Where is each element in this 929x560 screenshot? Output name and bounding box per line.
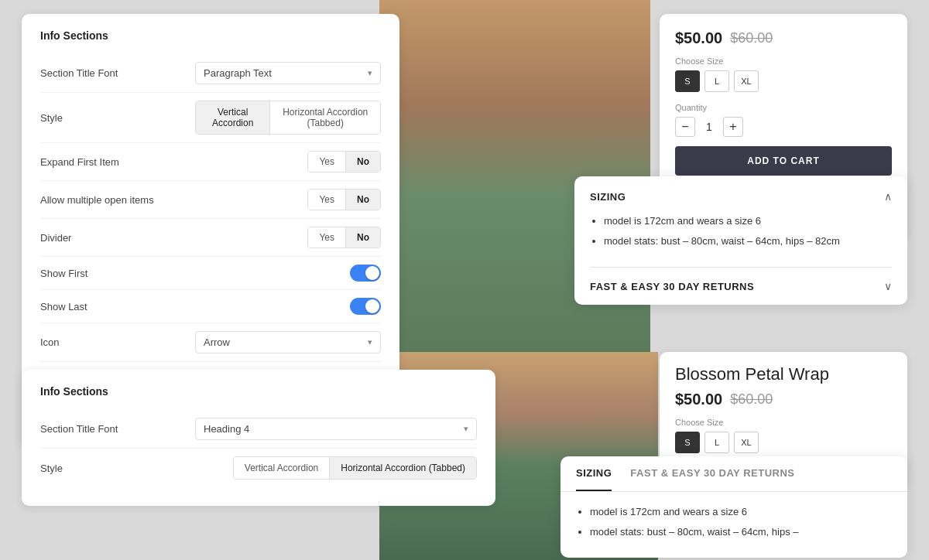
bottom-section-title-font-row: Section Title Font Heading 4 ▾	[40, 410, 477, 449]
expand-first-label: Expand First Item	[40, 156, 195, 168]
style-horizontal-btn[interactable]: Horizontal Accordion (Tabbed)	[269, 101, 380, 134]
size-l-btn-bottom[interactable]: L	[704, 432, 729, 453]
bottom-section-title-font-control: Heading 4 ▾	[195, 418, 477, 440]
expand-first-control: Yes No	[195, 151, 381, 172]
panel-bottom: Info Sections Section Title Font Heading…	[22, 370, 495, 506]
bottom-dropdown-chevron-icon: ▾	[464, 424, 468, 434]
accordion-item-2[interactable]: FAST & EASY 30 DAY RETURNS ∨	[574, 268, 907, 305]
bottom-section-title-font-label: Section Title Font	[40, 423, 195, 435]
accordion-title-1: SIZING	[590, 191, 626, 203]
divider-no-btn[interactable]: No	[345, 227, 380, 248]
icon-control: Arrow ▾	[195, 331, 381, 353]
allow-multiple-no-btn[interactable]: No	[345, 190, 380, 210]
section-title-font-value: Paragraph Text	[204, 67, 272, 79]
section-title-font-row: Section Title Font Paragraph Text ▾	[40, 54, 381, 93]
allow-multiple-row: Allow multiple open items Yes No	[40, 181, 381, 219]
main-container: Info Sections Section Title Font Paragra…	[0, 0, 929, 560]
qty-value-top: 1	[701, 121, 717, 133]
expand-first-yn: Yes No	[307, 151, 381, 172]
divider-row: Divider Yes No	[40, 219, 381, 257]
bottom-section-title-font-value: Heading 4	[204, 423, 249, 435]
tab-header: SIZING FAST & EASY 30 DAY RETURNS	[560, 456, 907, 492]
choose-size-label-bottom: Choose Size	[675, 418, 892, 427]
size-l-btn-top[interactable]: L	[704, 70, 729, 92]
price-original-top: $60.00	[730, 30, 773, 46]
allow-multiple-yn: Yes No	[307, 189, 381, 210]
qty-minus-btn-top[interactable]: −	[675, 117, 695, 137]
expand-first-yes-btn[interactable]: Yes	[308, 152, 345, 172]
tab-list-item-2: model stats: bust – 80cm, waist – 64cm, …	[590, 524, 892, 540]
show-first-row: Show First	[40, 257, 381, 290]
price-current-bottom: $50.00	[675, 391, 722, 408]
divider-control: Yes No	[195, 227, 381, 248]
tab-list-item-1: model is 172cm and wears a size 6	[590, 504, 892, 520]
bottom-style-label: Style	[40, 463, 195, 474]
accordion-list-item-1-2: model stats: bust – 80cm, waist – 64cm, …	[604, 234, 892, 249]
expand-first-row: Expand First Item Yes No	[40, 143, 381, 181]
accordion-list-1: model is 172cm and wears a size 6 model …	[590, 213, 892, 248]
icon-dropdown[interactable]: Arrow ▾	[195, 331, 381, 353]
section-title-font-control: Paragraph Text ▾	[195, 62, 381, 84]
dropdown-chevron-icon: ▾	[368, 68, 372, 78]
show-last-toggle[interactable]	[350, 298, 381, 315]
tabbed-accordion-card: SIZING FAST & EASY 30 DAY RETURNS model …	[560, 456, 907, 558]
style-vertical-btn[interactable]: Vertical Accordion	[196, 101, 269, 134]
accordion-card: SIZING ∧ model is 172cm and wears a size…	[574, 176, 907, 305]
tab-sizing[interactable]: SIZING	[576, 456, 612, 491]
size-xl-btn-bottom[interactable]: XL	[734, 432, 759, 453]
size-options-top: S L XL	[675, 70, 892, 92]
show-first-toggle[interactable]	[350, 265, 381, 282]
icon-value: Arrow	[204, 336, 230, 348]
allow-multiple-control: Yes No	[195, 189, 381, 210]
section-title-font-label: Section Title Font	[40, 67, 195, 79]
accordion-chevron-down-icon: ∨	[884, 280, 892, 292]
accordion-header-1[interactable]: SIZING ∧	[590, 190, 892, 203]
divider-yes-btn[interactable]: Yes	[308, 227, 345, 248]
show-last-label: Show Last	[40, 301, 195, 312]
bottom-style-horizontal-btn[interactable]: Horizontal Accordion (Tabbed)	[329, 457, 476, 479]
tab-content-sizing: model is 172cm and wears a size 6 model …	[560, 492, 907, 558]
panel-top-title: Info Sections	[40, 29, 381, 42]
size-s-btn-top[interactable]: S	[675, 70, 700, 92]
price-original-bottom: $60.00	[730, 391, 773, 408]
add-to-cart-btn-top[interactable]: ADD TO CART	[675, 146, 892, 176]
quantity-label-top: Quantity	[675, 103, 892, 112]
allow-multiple-yes-btn[interactable]: Yes	[308, 190, 345, 210]
accordion-item-1: SIZING ∧ model is 172cm and wears a size…	[574, 176, 907, 267]
price-row-top: $50.00 $60.00	[675, 29, 892, 47]
bottom-style-vertical-btn[interactable]: Vertical Accordion	[234, 457, 329, 479]
expand-first-no-btn[interactable]: No	[345, 152, 380, 172]
size-s-btn-bottom[interactable]: S	[675, 432, 700, 453]
panel-bottom-title: Info Sections	[40, 385, 477, 398]
show-first-control	[195, 265, 381, 282]
section-title-font-dropdown[interactable]: Paragraph Text ▾	[195, 62, 381, 84]
accordion-title-2: FAST & EASY 30 DAY RETURNS	[590, 281, 754, 292]
bottom-section-title-font-dropdown[interactable]: Heading 4 ▾	[195, 418, 477, 440]
accordion-list-item-1-1: model is 172cm and wears a size 6	[604, 213, 892, 229]
style-label: Style	[40, 112, 195, 124]
icon-dropdown-chevron-icon: ▾	[368, 337, 372, 347]
divider-label: Divider	[40, 232, 195, 244]
qty-plus-btn-top[interactable]: +	[723, 117, 743, 137]
style-toggle: Vertical Accordion Horizontal Accordion …	[195, 101, 381, 135]
divider-yn: Yes No	[307, 227, 381, 248]
tab-returns[interactable]: FAST & EASY 30 DAY RETURNS	[630, 456, 794, 491]
accordion-chevron-up-icon: ∧	[884, 190, 892, 203]
style-control: Vertical Accordion Horizontal Accordion …	[195, 101, 381, 135]
quantity-row-top: − 1 +	[675, 117, 892, 137]
style-row: Style Vertical Accordion Horizontal Acco…	[40, 93, 381, 143]
accordion-content-1: model is 172cm and wears a size 6 model …	[590, 203, 892, 248]
price-current-top: $50.00	[675, 29, 722, 47]
allow-multiple-label: Allow multiple open items	[40, 194, 195, 206]
show-last-control	[195, 298, 381, 315]
icon-label: Icon	[40, 336, 195, 348]
size-options-bottom: S L XL	[675, 432, 892, 453]
choose-size-label-top: Choose Size	[675, 56, 892, 66]
product-name: Blossom Petal Wrap	[675, 364, 892, 384]
tab-list: model is 172cm and wears a size 6 model …	[576, 504, 892, 539]
bottom-style-control: Vertical Accordion Horizontal Accordion …	[195, 456, 477, 480]
bottom-style-row: Style Vertical Accordion Horizontal Acco…	[40, 449, 477, 487]
size-xl-btn-top[interactable]: XL	[734, 70, 759, 92]
icon-row: Icon Arrow ▾	[40, 323, 381, 362]
show-last-row: Show Last	[40, 290, 381, 323]
